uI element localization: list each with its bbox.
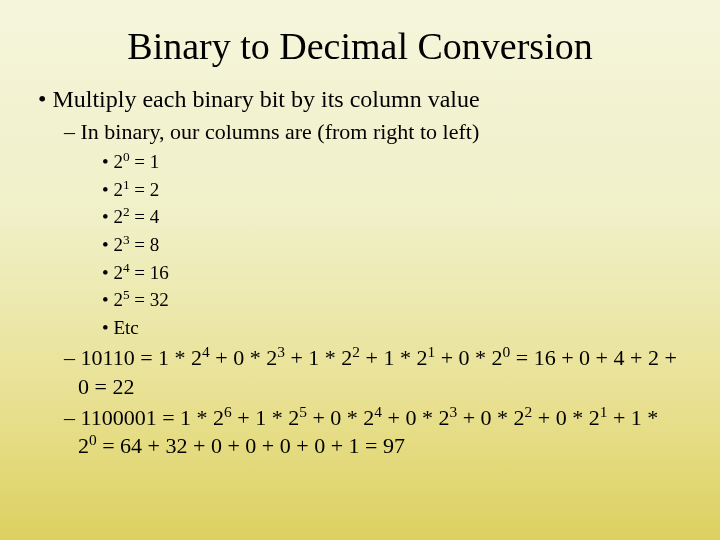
ex2-e3: 4 bbox=[374, 402, 382, 419]
p1-val: = 2 bbox=[130, 179, 160, 200]
ex2-e7: 0 bbox=[89, 431, 97, 448]
ex2-t4: + 0 * 2 bbox=[382, 405, 449, 430]
ex2-t3: + 0 * 2 bbox=[307, 405, 374, 430]
p0-exp: 0 bbox=[123, 149, 130, 164]
ex1-t3: + 1 * 2 bbox=[285, 345, 352, 370]
sub-columns: In binary, our columns are (from right t… bbox=[64, 119, 682, 340]
example-2: 1100001 = 1 * 26 + 1 * 25 + 0 * 24 + 0 *… bbox=[64, 404, 682, 461]
slide: Binary to Decimal Conversion Multiply ea… bbox=[0, 0, 720, 540]
p2-val: = 4 bbox=[130, 206, 160, 227]
ex2-t5: + 0 * 2 bbox=[457, 405, 524, 430]
ex1-e2: 3 bbox=[277, 343, 285, 360]
ex2-t1: 1100001 = 1 * 2 bbox=[81, 405, 225, 430]
etc-text: Etc bbox=[113, 317, 138, 338]
ex2-t8: = 64 + 32 + 0 + 0 + 0 + 0 + 1 = 97 bbox=[97, 433, 405, 458]
power-etc: Etc bbox=[102, 315, 682, 341]
ex2-t2: + 1 * 2 bbox=[232, 405, 299, 430]
ex1-e3: 2 bbox=[352, 343, 360, 360]
power-5: 25 = 32 bbox=[102, 287, 682, 313]
p5-val: = 32 bbox=[130, 289, 169, 310]
power-3: 23 = 8 bbox=[102, 232, 682, 258]
bullet-main-text: Multiply each binary bit by its column v… bbox=[52, 86, 479, 112]
ex1-t2: + 0 * 2 bbox=[210, 345, 277, 370]
example-1: 10110 = 1 * 24 + 0 * 23 + 1 * 22 + 1 * 2… bbox=[64, 344, 682, 401]
power-0: 20 = 1 bbox=[102, 149, 682, 175]
p4-base: 2 bbox=[113, 262, 123, 283]
sub-columns-text: In binary, our columns are (from right t… bbox=[81, 119, 480, 144]
ex1-t4: + 1 * 2 bbox=[360, 345, 427, 370]
ex2-t6: + 0 * 2 bbox=[532, 405, 599, 430]
powers-list: 20 = 1 21 = 2 22 = 4 23 = 8 24 = 16 25 =… bbox=[78, 149, 682, 340]
p0-val: = 1 bbox=[130, 151, 160, 172]
p2-base: 2 bbox=[113, 206, 123, 227]
bullet-list: Multiply each binary bit by its column v… bbox=[38, 86, 682, 461]
bullet-main: Multiply each binary bit by its column v… bbox=[38, 86, 682, 461]
p3-base: 2 bbox=[113, 234, 123, 255]
slide-title: Binary to Decimal Conversion bbox=[38, 18, 682, 68]
power-4: 24 = 16 bbox=[102, 260, 682, 286]
p4-val: = 16 bbox=[130, 262, 169, 283]
ex1-e1: 4 bbox=[202, 343, 210, 360]
p5-base: 2 bbox=[113, 289, 123, 310]
sub-list: In binary, our columns are (from right t… bbox=[38, 119, 682, 461]
p3-val: = 8 bbox=[130, 234, 160, 255]
ex1-t5: + 0 * 2 bbox=[435, 345, 502, 370]
p5-exp: 5 bbox=[123, 287, 130, 302]
p1-exp: 1 bbox=[123, 176, 130, 191]
ex1-t1: 10110 = 1 * 2 bbox=[81, 345, 203, 370]
ex2-e1: 6 bbox=[224, 402, 232, 419]
ex2-e2: 5 bbox=[299, 402, 307, 419]
p3-exp: 3 bbox=[123, 232, 130, 247]
p4-exp: 4 bbox=[123, 259, 130, 274]
power-2: 22 = 4 bbox=[102, 204, 682, 230]
p0-base: 2 bbox=[113, 151, 123, 172]
p2-exp: 2 bbox=[123, 204, 130, 219]
p1-base: 2 bbox=[113, 179, 123, 200]
power-1: 21 = 2 bbox=[102, 177, 682, 203]
